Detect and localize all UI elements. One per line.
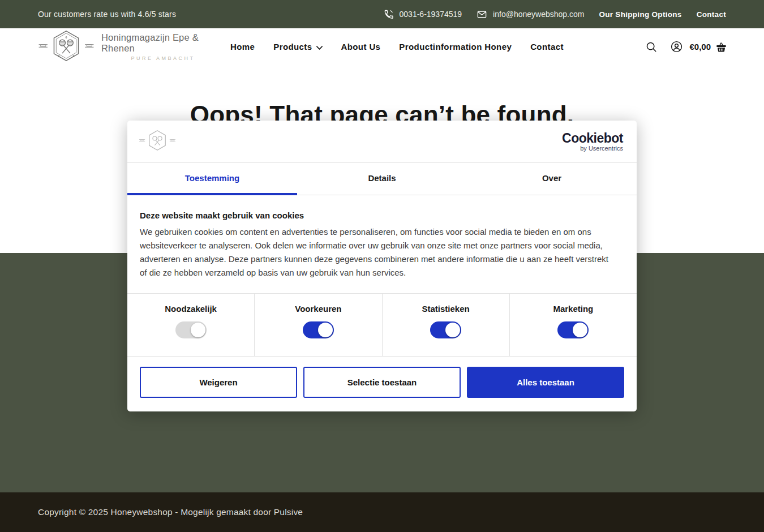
site-header: Honingmagazijn Epe & Rhenen PURE AMBACHT… [0, 28, 764, 65]
cookie-dialog-body: We gebruiken cookies om content en adver… [140, 225, 610, 280]
allow-selection-button[interactable]: Selectie toestaan [303, 367, 461, 398]
toggle-marketing[interactable] [557, 321, 589, 338]
topbar: Our customers rate us with 4.6/5 stars 0… [0, 0, 764, 28]
shipping-options-link[interactable]: Our Shipping Options [599, 10, 681, 19]
toggle-noodzakelijk [175, 321, 207, 338]
cookie-dialog-header: Cookiebot by Usercentrics [127, 121, 637, 163]
magnifier-icon[interactable] [646, 41, 657, 53]
envelope-icon [477, 9, 487, 20]
nav-item-contact[interactable]: Contact [530, 42, 564, 52]
tab-over[interactable]: Over [467, 163, 637, 195]
cookiebot-logo-text: Cookiebot [562, 132, 623, 144]
nav-item-home[interactable]: Home [230, 42, 255, 52]
nav-item-about-us[interactable]: About Us [341, 42, 381, 52]
logo-subtitle: PURE AMBACHT [101, 55, 225, 61]
topbar-phone[interactable]: 0031-6-19374519 [383, 9, 462, 20]
main-nav: Home Products About Us Productinformatio… [230, 42, 646, 52]
customer-rating-text: Our customers rate us with 4.6/5 stars [38, 10, 176, 19]
site-logo[interactable]: Honingmagazijn Epe & Rhenen PURE AMBACHT [38, 29, 225, 65]
cookiebot-brand[interactable]: Cookiebot by Usercentrics [562, 132, 623, 152]
cookiebot-byline: by Usercentrics [562, 145, 623, 152]
category-label: Statistieken [422, 304, 470, 314]
toggle-voorkeuren[interactable] [303, 321, 334, 338]
tab-toestemming[interactable]: Toestemming [127, 163, 297, 195]
category-label: Noodzakelijk [165, 304, 217, 314]
person-circle-icon[interactable] [671, 41, 683, 53]
copyright-text: Copyright © 2025 Honeywebshop - Mogelijk… [38, 507, 303, 517]
cookie-category-noodzakelijk: Noodzakelijk [127, 294, 255, 356]
category-label: Marketing [553, 304, 593, 314]
allow-all-button[interactable]: Alles toestaan [467, 367, 624, 398]
email-address: info@honeywebshop.com [493, 10, 584, 19]
cookie-category-statistieken: Statistieken [383, 294, 510, 356]
cookie-dialog-title: Deze website maakt gebruik van cookies [140, 211, 623, 220]
copyright-bar: Copyright © 2025 Honeywebshop - Mogelijk… [0, 492, 764, 532]
cookie-category-marketing: Marketing [510, 294, 637, 356]
site-logo-mini-icon [139, 128, 176, 155]
cookie-categories: Noodzakelijk Voorkeuren Statistieken Mar… [127, 293, 637, 357]
topbar-email[interactable]: info@honeywebshop.com [477, 9, 584, 20]
honey-hexagon-logo-icon [38, 29, 95, 65]
header-actions: €0,00 [646, 41, 727, 53]
chevron-down-icon [316, 42, 323, 52]
cookie-dialog-content: Deze website maakt gebruik van cookies W… [127, 195, 637, 280]
logo-text: Honingmagazijn Epe & Rhenen PURE AMBACHT [101, 32, 225, 61]
topbar-right: 0031-6-19374519 info@honeywebshop.com Ou… [383, 9, 726, 20]
cookie-dialog-buttons: Weigeren Selectie toestaan Alles toestaa… [140, 367, 624, 398]
phone-icon [383, 9, 394, 20]
cart-total[interactable]: €0,00 [689, 42, 711, 52]
basket-icon[interactable] [715, 41, 727, 53]
toggle-statistieken[interactable] [430, 321, 461, 338]
cookie-category-voorkeuren: Voorkeuren [255, 294, 382, 356]
nav-item-products-label: Products [273, 42, 312, 52]
topbar-contact-link[interactable]: Contact [697, 10, 726, 19]
deny-button[interactable]: Weigeren [140, 367, 297, 398]
page: Our customers rate us with 4.6/5 stars 0… [0, 0, 764, 532]
tab-details[interactable]: Details [297, 163, 467, 195]
phone-number: 0031-6-19374519 [400, 10, 462, 19]
logo-title: Honingmagazijn Epe & Rhenen [101, 32, 225, 54]
category-label: Voorkeuren [295, 304, 341, 314]
nav-item-products[interactable]: Products [273, 42, 322, 52]
cookie-dialog-tabs: Toestemming Details Over [127, 163, 637, 195]
cookie-consent-dialog: Cookiebot by Usercentrics Toestemming De… [127, 121, 637, 411]
nav-item-productinformation-honey[interactable]: Productinformation Honey [399, 42, 512, 52]
